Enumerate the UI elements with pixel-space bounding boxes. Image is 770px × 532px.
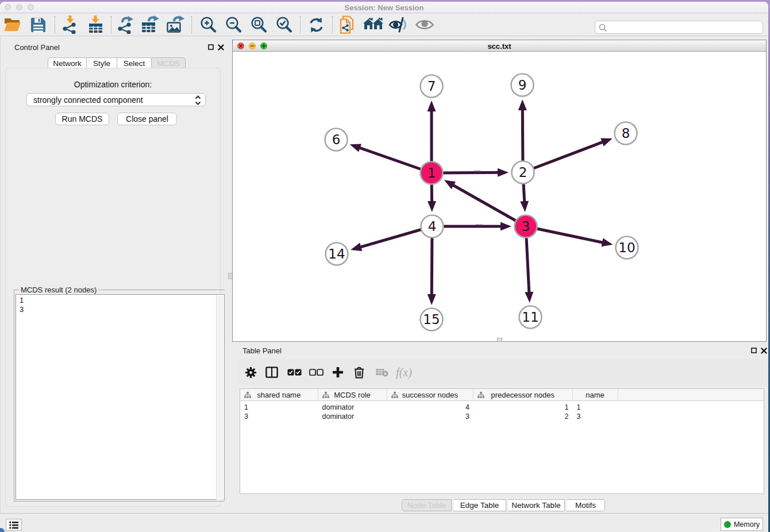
control-panel-close-button[interactable] [217,43,225,51]
edge-arrowhead [601,238,613,247]
delete-column-button[interactable] [353,359,365,385]
column-header-shared-name[interactable]: shared name [240,389,318,401]
frame-resize-handle[interactable] [497,338,502,342]
close-icon [761,348,767,354]
cell-MCDS-role[interactable]: dominator [322,403,383,412]
network-canvas[interactable]: 7968124314101511 [233,52,766,341]
tab-edge-table[interactable]: Edge Table [453,499,506,511]
tab-motifs[interactable]: Motifs [567,499,605,511]
import-table-button[interactable] [86,13,105,36]
list-icon [9,521,18,529]
split-divider[interactable] [225,37,232,513]
edge-2-8[interactable] [523,141,605,172]
memory-label: Memory [734,521,760,529]
close-panel-button[interactable]: Close panel [117,113,177,125]
edge-arrowhead [500,222,511,231]
delete-table-icon [376,368,388,377]
mcds-result-group: MCDS result (2 nodes) 13 [14,290,226,502]
toolbar-separator [300,16,301,33]
edge-arrowhead [350,144,361,152]
graph-node-label: 2 [519,165,528,180]
hide-panels-button[interactable] [388,13,407,36]
refresh-button[interactable] [307,13,325,36]
split-table-button[interactable] [265,359,279,385]
cell-predecessor-nodes[interactable]: 1 [478,403,569,412]
cell-shared-name[interactable]: 1 [244,403,314,412]
export-image-button[interactable] [166,13,185,36]
column-header-filler [618,389,764,401]
column-header-MCDS-role[interactable]: MCDS role [318,389,387,401]
add-column-button[interactable] [331,359,345,385]
column-header-successor-nodes[interactable]: successor nodes [387,389,474,401]
export-image-icon [166,16,185,34]
cell-predecessor-nodes[interactable]: 2 [478,412,569,421]
fit-content-button[interactable] [249,13,268,36]
cell-name[interactable]: 3 [577,412,614,421]
clone-network-icon [340,16,357,34]
plus-icon [332,367,344,378]
edge-arrowhead [520,201,529,212]
eye-icon [415,18,434,31]
zoom-in-icon [199,16,217,33]
function-builder-button[interactable]: f(x) [392,359,415,385]
table-panel-tabs: Node TableEdge TableNetwork TableMotifs [232,499,768,511]
first-neighbors-button[interactable] [363,13,383,36]
edge-3-10[interactable] [526,226,605,243]
cell-successor-nodes[interactable]: 3 [391,412,470,421]
column-header-name[interactable]: name [573,389,618,401]
export-table-button[interactable] [141,13,160,36]
zoom-out-button[interactable] [224,13,242,36]
show-panels-button[interactable] [415,13,434,36]
toolbar-separator [332,16,333,33]
criterion-value: strongly connected component [33,95,143,105]
node-table[interactable]: shared nameMCDS rolesuccessor nodesprede… [240,388,764,494]
cell-successor-nodes[interactable]: 4 [391,403,470,412]
table-panel-close-button[interactable] [760,346,768,354]
edge-arrowhead [600,138,612,147]
delete-table-button[interactable] [375,359,389,385]
column-type-icon [391,392,398,398]
cell-shared-name[interactable]: 3 [244,412,314,421]
table-panel-float-button[interactable] [750,346,758,354]
control-panel: Control Panel NetworkStyleSelectMCDS Opt… [0,37,225,513]
edge-3-1[interactable] [452,184,526,226]
cell-MCDS-role[interactable]: dominator [322,412,383,421]
column-header-predecessor-nodes[interactable]: predecessor nodes [473,389,573,401]
result-scrollbar[interactable] [216,295,224,500]
select-all-button[interactable] [287,359,302,385]
graph-node-label: 10 [618,240,635,255]
edge-arrowhead [351,243,362,251]
memory-button[interactable]: Memory [721,518,763,531]
open-session-button[interactable] [3,13,22,36]
zoom-selected-button[interactable] [275,13,293,36]
deselect-all-button[interactable] [309,359,324,385]
import-network-button[interactable] [61,13,79,36]
save-session-button[interactable] [29,13,47,36]
edge-arrowhead [428,201,436,212]
cell-name[interactable]: 1 [577,403,614,412]
criterion-select[interactable]: strongly connected component [26,93,206,106]
run-mcds-button[interactable]: Run MCDS [55,113,109,125]
table-panel: Table Panel [232,344,768,513]
control-panel-float-button[interactable] [207,43,215,51]
eye-slash-icon [389,17,407,33]
toolbar-separator [55,16,55,33]
edge-label-mark [476,225,483,226]
table-options-button[interactable] [244,359,257,385]
main-toolbar [0,13,768,36]
column-label: successor nodes [402,391,458,399]
open-folder-icon [3,17,22,33]
search-input[interactable] [609,22,759,33]
zoom-in-button[interactable] [199,13,217,36]
tab-network-table[interactable]: Network Table [508,499,565,511]
export-table-icon [141,16,160,34]
clone-network-button[interactable] [339,13,357,36]
table-panel-title: Table Panel [242,346,282,355]
graph-node-label: 15 [423,312,440,327]
task-history-button[interactable] [6,519,22,531]
fx-icon: f(x) [396,366,412,379]
divider-handle[interactable] [228,273,232,279]
zoom-selected-icon [275,16,292,33]
export-network-button[interactable] [117,13,136,36]
tab-node-table[interactable]: Node Table [402,499,452,511]
